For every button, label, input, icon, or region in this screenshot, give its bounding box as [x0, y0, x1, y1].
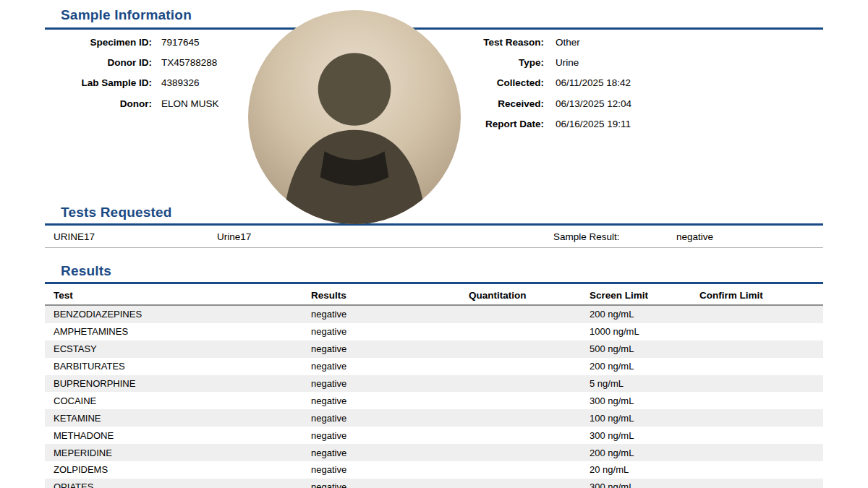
sample-result-label: Sample Result: [553, 231, 620, 242]
table-row: OPIATESnegative300 ng/mL [45, 479, 823, 488]
table-cell-result: negative [311, 361, 469, 372]
donor-photo [248, 10, 461, 224]
table-cell-screen_limit: 200 ng/mL [590, 361, 699, 372]
table-cell-test: AMPHETAMINES [54, 326, 311, 337]
table-cell-screen_limit: 1000 ng/mL [590, 326, 699, 337]
tests-requested-row: URINE17 Urine17 Sample Result: negative [45, 226, 823, 248]
info-field: Specimen ID:7917645 [45, 32, 219, 52]
info-field: Donor ID:TX45788288 [45, 52, 219, 72]
table-cell-test: KETAMINE [54, 413, 311, 424]
field-value: Urine [556, 57, 579, 68]
table-cell-screen_limit: 200 ng/mL [590, 309, 699, 320]
field-value: 06/11/2025 18:42 [556, 77, 631, 88]
table-cell-test: BARBITURATES [54, 361, 311, 372]
table-cell-result: negative [311, 481, 469, 488]
table-cell-screen_limit: 5 ng/mL [590, 378, 699, 389]
results-title: Results [61, 263, 111, 279]
panel-name: Urine17 [217, 231, 251, 242]
column-header: Confirm Limit [699, 290, 823, 301]
table-cell-test: METHADONE [54, 430, 311, 441]
column-header: Results [311, 290, 469, 301]
sample-result-value: negative [676, 231, 713, 242]
column-header: Test [54, 290, 311, 301]
tests-requested-title: Tests Requested [61, 205, 172, 221]
table-row: COCAINEnegative300 ng/mL [45, 392, 823, 409]
lab-report-document: Sample Information Specimen ID:7917645Do… [0, 0, 868, 488]
info-field: Received:06/13/2025 12:04 [434, 93, 631, 114]
sample-info-left-fields: Specimen ID:7917645Donor ID:TX45788288La… [45, 32, 219, 114]
table-cell-test: ECSTASY [54, 343, 311, 354]
field-value: 06/16/2025 19:11 [556, 119, 631, 129]
section-divider [45, 282, 823, 284]
table-cell-test: OPIATES [54, 481, 311, 488]
section-divider [45, 27, 823, 30]
table-cell-result: negative [311, 309, 469, 320]
table-row: BARBITURATESnegative200 ng/mL [45, 358, 823, 375]
table-cell-result: negative [311, 448, 469, 458]
table-cell-screen_limit: 300 ng/mL [590, 481, 699, 488]
info-field: Test Reason:Other [434, 32, 631, 52]
sample-info-right-fields: Test Reason:OtherType:UrineCollected:06/… [434, 32, 631, 134]
field-label: Donor ID: [45, 57, 152, 68]
field-label: Specimen ID: [45, 37, 152, 48]
table-cell-test: MEPERIDINE [54, 448, 311, 458]
table-row: BENZODIAZEPINESnegative200 ng/mL [45, 306, 823, 323]
person-silhouette-icon [248, 10, 461, 224]
info-field: Lab Sample ID:4389326 [45, 73, 219, 93]
table-cell-test: BUPRENORPHINE [54, 378, 311, 389]
panel-code: URINE17 [54, 231, 95, 242]
field-label: Type: [434, 57, 544, 68]
field-value: Other [556, 37, 580, 48]
results-table-body: BENZODIAZEPINESnegative200 ng/mLAMPHETAM… [45, 306, 823, 488]
table-cell-test: COCAINE [54, 395, 311, 406]
table-cell-screen_limit: 20 ng/mL [590, 464, 699, 475]
table-row: KETAMINEnegative100 ng/mL [45, 409, 823, 427]
results-table-header: TestResultsQuantitationScreen LimitConfi… [45, 286, 823, 306]
info-field: Report Date:06/16/2025 19:11 [434, 114, 631, 134]
table-cell-result: negative [311, 343, 469, 354]
table-row: ECSTASYnegative500 ng/mL [45, 341, 823, 358]
table-cell-screen_limit: 500 ng/mL [590, 343, 699, 354]
field-value: 4389326 [161, 77, 200, 88]
field-label: Test Reason: [434, 37, 544, 48]
info-field: Donor:ELON MUSK [45, 93, 219, 114]
table-cell-screen_limit: 100 ng/mL [590, 413, 699, 424]
table-row: MEPERIDINEnegative200 ng/mL [45, 444, 823, 461]
field-value: TX45788288 [161, 57, 217, 68]
table-cell-result: negative [311, 464, 469, 475]
table-row: ZOLPIDEMSnegative20 ng/mL [45, 461, 823, 479]
table-cell-result: negative [311, 326, 469, 337]
table-cell-test: BENZODIAZEPINES [54, 309, 311, 320]
table-cell-result: negative [311, 413, 469, 424]
sample-information-title: Sample Information [61, 7, 192, 23]
table-row: BUPRENORPHINEnegative5 ng/mL [45, 375, 823, 393]
results-table: TestResultsQuantitationScreen LimitConfi… [45, 286, 823, 488]
info-field: Collected:06/11/2025 18:42 [434, 73, 631, 93]
info-field: Type:Urine [434, 52, 631, 72]
field-value: ELON MUSK [161, 98, 219, 109]
table-cell-result: negative [311, 430, 469, 441]
column-header: Quantitation [469, 290, 590, 301]
section-divider [45, 223, 823, 226]
field-value: 7917645 [161, 37, 200, 48]
table-cell-screen_limit: 200 ng/mL [590, 448, 699, 458]
table-row: AMPHETAMINESnegative1000 ng/mL [45, 323, 823, 341]
table-row: METHADONEnegative300 ng/mL [45, 427, 823, 444]
column-header: Screen Limit [590, 290, 699, 301]
table-cell-screen_limit: 300 ng/mL [590, 430, 699, 441]
field-value: 06/13/2025 12:04 [556, 98, 631, 109]
table-cell-test: ZOLPIDEMS [54, 464, 311, 475]
field-label: Donor: [45, 98, 152, 109]
table-cell-result: negative [311, 395, 469, 406]
table-cell-screen_limit: 300 ng/mL [590, 395, 699, 406]
field-label: Lab Sample ID: [45, 77, 152, 88]
table-cell-result: negative [311, 378, 469, 389]
